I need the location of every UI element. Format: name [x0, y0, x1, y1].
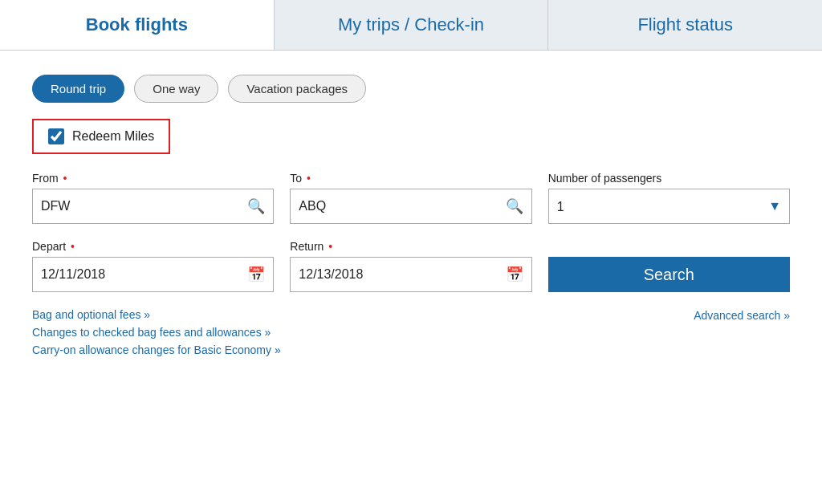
depart-label: Depart • — [32, 240, 274, 253]
from-required-marker: • — [60, 172, 67, 185]
return-input[interactable] — [299, 267, 505, 282]
to-input[interactable] — [299, 199, 505, 213]
advanced-search-link[interactable]: Advanced search » — [694, 309, 790, 322]
depart-group: Depart • 📅 — [32, 240, 274, 292]
return-group: Return • 📅 — [290, 240, 531, 292]
redeem-miles-label: Redeem Miles — [72, 129, 154, 144]
tab-my-trips[interactable]: My trips / Check-in — [275, 0, 549, 50]
to-search-icon[interactable]: 🔍 — [506, 197, 523, 215]
from-input[interactable] — [41, 199, 247, 213]
redeem-miles-checkbox[interactable] — [48, 128, 64, 144]
passengers-select[interactable]: 1 2 3 4 5 6 7 8 — [557, 200, 781, 213]
from-label: From • — [32, 172, 274, 185]
from-group: From • 🔍 — [32, 172, 274, 224]
depart-calendar-icon[interactable]: 📅 — [247, 266, 265, 283]
trip-type-row: Round trip One way Vacation packages — [32, 75, 790, 103]
to-required-marker: • — [303, 172, 311, 185]
search-button[interactable]: Search — [548, 257, 790, 292]
passengers-label: Number of passengers — [548, 172, 790, 185]
to-label: To • — [290, 172, 531, 185]
depart-required-marker: • — [67, 240, 75, 253]
main-content: Round trip One way Vacation packages Red… — [0, 51, 822, 372]
redeem-miles-container[interactable]: Redeem Miles — [32, 119, 170, 154]
flight-search-row1: From • 🔍 To • 🔍 Number of passengers 1 2 — [32, 172, 790, 224]
flight-search-row2: Depart • 📅 Return • 📅 _ Search — [32, 240, 790, 292]
bag-fees-link[interactable]: Bag and optional fees » — [32, 308, 281, 321]
from-input-wrapper: 🔍 — [32, 189, 274, 224]
footer-links: Bag and optional fees » Changes to check… — [32, 308, 790, 356]
footer-links-right: Advanced search » — [694, 308, 790, 323]
return-required-marker: • — [325, 240, 332, 253]
return-label: Return • — [290, 240, 531, 253]
passengers-group: Number of passengers 1 2 3 4 5 6 7 8 ▼ — [548, 172, 790, 224]
return-input-wrapper: 📅 — [290, 257, 531, 292]
passengers-select-wrapper: 1 2 3 4 5 6 7 8 ▼ — [548, 189, 790, 224]
trip-type-one-way[interactable]: One way — [134, 75, 218, 103]
top-navigation: Book flights My trips / Check-in Flight … — [0, 0, 822, 51]
carryon-link[interactable]: Carry-on allowance changes for Basic Eco… — [32, 343, 281, 356]
to-input-wrapper: 🔍 — [290, 189, 531, 224]
from-search-icon[interactable]: 🔍 — [247, 197, 265, 215]
tab-flight-status[interactable]: Flight status — [548, 0, 822, 50]
trip-type-vacation-packages[interactable]: Vacation packages — [228, 75, 366, 103]
depart-input-wrapper: 📅 — [32, 257, 274, 292]
trip-type-round-trip[interactable]: Round trip — [32, 75, 124, 103]
depart-input[interactable] — [41, 267, 247, 282]
footer-links-left: Bag and optional fees » Changes to check… — [32, 308, 281, 356]
to-group: To • 🔍 — [290, 172, 531, 224]
tab-book-flights[interactable]: Book flights — [0, 0, 275, 50]
return-calendar-icon[interactable]: 📅 — [506, 266, 523, 283]
bag-changes-link[interactable]: Changes to checked bag fees and allowanc… — [32, 326, 281, 339]
search-btn-group: _ Search — [548, 240, 790, 292]
